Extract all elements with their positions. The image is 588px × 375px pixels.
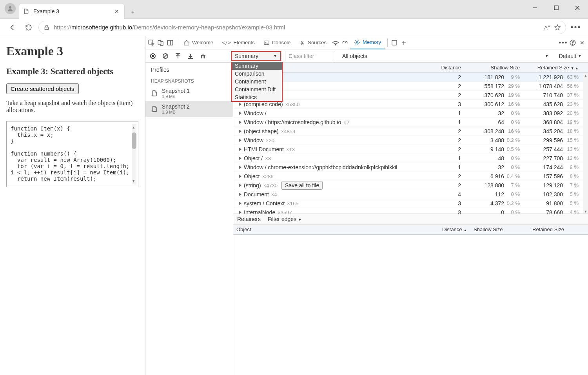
inspect-icon[interactable] xyxy=(147,38,156,47)
col-distance[interactable]: Distance xyxy=(433,65,464,71)
close-tab-icon[interactable]: ✕ xyxy=(113,8,120,15)
view-option[interactable]: Statistics xyxy=(232,93,282,101)
tab-elements[interactable]: </>Elements xyxy=(218,36,259,49)
view-option[interactable]: Containment xyxy=(232,78,282,85)
heap-row[interactable]: 2370 62819 %710 74037 % xyxy=(233,91,588,100)
help-icon[interactable] xyxy=(568,38,577,47)
url-box[interactable]: https://microsoftedge.github.io/Demos/de… xyxy=(38,21,566,34)
expand-icon[interactable] xyxy=(239,192,241,196)
view-option[interactable]: Comparison xyxy=(232,70,282,78)
filter-edges-select[interactable]: Filter edges ▼ xyxy=(268,216,302,222)
expand-icon[interactable] xyxy=(239,138,241,142)
new-tab-button[interactable]: ＋ xyxy=(128,7,138,17)
close-devtools-icon[interactable]: ✕ xyxy=(578,38,586,47)
devtools-more-icon[interactable]: ••• xyxy=(559,38,568,47)
heap-row[interactable]: (compiled code)×53503300 61216 %435 6282… xyxy=(233,100,588,109)
heap-row[interactable]: Object /×31480 %227 70812 % xyxy=(233,154,588,163)
heap-row[interactable]: (object shape)×48592308 24816 %345 20418… xyxy=(233,127,588,136)
heap-row[interactable]: Window×2023 4880.2 %299 59615 % xyxy=(233,136,588,145)
distance-value: 2 xyxy=(433,128,464,134)
tab-console[interactable]: Console xyxy=(260,36,295,49)
ret-col-object[interactable]: Object xyxy=(233,225,439,234)
default-select[interactable]: Default▼ xyxy=(556,53,585,59)
maximize-button[interactable] xyxy=(546,0,567,16)
constructor-name: Window xyxy=(244,137,263,143)
expand-icon[interactable] xyxy=(239,120,241,124)
col-shallow[interactable]: Shallow Size xyxy=(464,65,523,71)
heap-row[interactable]: Document×441120 %102 3005 % xyxy=(233,190,588,199)
view-option[interactable]: Summary xyxy=(232,62,282,70)
expand-icon[interactable] xyxy=(239,102,241,106)
heap-row[interactable]: (string)×4730Save all to file2128 8807 %… xyxy=(233,181,588,190)
retainers-header: Object Distance ▲ Shallow Size Retained … xyxy=(233,225,588,235)
clear-icon[interactable] xyxy=(161,52,170,60)
add-panel-button[interactable]: ＋ xyxy=(399,38,408,47)
expand-icon[interactable] xyxy=(239,165,241,169)
back-button[interactable] xyxy=(5,21,19,34)
expand-icon[interactable] xyxy=(239,183,241,187)
heap-row[interactable]: Window /1320 %383 09220 % xyxy=(233,109,588,118)
heap-row[interactable]: 2558 17229 %1 078 40456 % xyxy=(233,82,588,91)
heap-row[interactable]: system / Context×16534 3720.2 %91 8005 % xyxy=(233,199,588,208)
heap-row[interactable]: Window / https://microsoftedge.github.io… xyxy=(233,118,588,127)
retained-pct: 5 % xyxy=(565,200,579,207)
snapshot-item[interactable]: %Snapshot 11.9 MB xyxy=(145,85,233,101)
retained-pct: 15 % xyxy=(565,137,579,143)
ret-col-shallow[interactable]: Shallow Size xyxy=(470,225,529,234)
retainers-empty xyxy=(233,235,588,375)
performance-icon[interactable] xyxy=(341,38,349,47)
favorite-icon[interactable] xyxy=(554,24,561,31)
code-snippet[interactable]: function Item(x) { this.x = x; } functio… xyxy=(6,121,138,187)
ret-col-distance[interactable]: Distance ▲ xyxy=(439,225,470,234)
save-icon[interactable] xyxy=(186,52,195,60)
view-select[interactable]: Summary▼ SummaryComparisonContainmentCon… xyxy=(231,51,281,61)
shallow-size: 6 916 xyxy=(490,173,504,179)
svg-point-19 xyxy=(152,55,154,57)
record-icon[interactable] xyxy=(149,52,157,60)
code-scrollbar[interactable]: ▲▼ xyxy=(132,124,136,185)
tab-welcome[interactable]: Welcome xyxy=(180,36,217,49)
expand-icon[interactable] xyxy=(239,129,241,133)
col-retained[interactable]: Retained Size▼ ▲ xyxy=(523,65,582,71)
shallow-pct: 0.2 % xyxy=(506,137,520,143)
tab-memory[interactable]: Memory xyxy=(350,36,385,49)
snapshot-item[interactable]: %Snapshot 21.9 MB xyxy=(145,101,233,117)
expand-icon[interactable] xyxy=(239,147,241,151)
distance-value: 1 xyxy=(433,155,464,161)
expand-icon[interactable] xyxy=(239,174,241,178)
close-window-button[interactable] xyxy=(567,0,588,16)
load-icon[interactable] xyxy=(174,52,182,60)
minimize-button[interactable] xyxy=(524,0,546,16)
heap-scrollbar[interactable]: ▲▼ xyxy=(583,73,588,214)
panel-icon[interactable] xyxy=(390,38,399,47)
class-filter-input[interactable]: Class filter xyxy=(285,51,335,61)
retained-pct: 63 % xyxy=(565,74,579,80)
heap-row[interactable]: 2181 8209 %1 221 92863 % xyxy=(233,73,588,82)
dock-icon[interactable] xyxy=(166,38,174,47)
view-option[interactable]: Containment Diff xyxy=(232,85,282,93)
read-aloud-icon[interactable]: A» xyxy=(544,24,550,31)
tab-sources[interactable]: Sources xyxy=(295,36,330,49)
browser-tab[interactable]: Example 3 ✕ xyxy=(19,3,125,19)
more-menu-button[interactable]: ••• xyxy=(569,21,583,34)
all-objects-select[interactable]: All objects▼ xyxy=(339,51,552,61)
shallow-size: 64 xyxy=(498,119,504,125)
refresh-button[interactable] xyxy=(22,21,35,34)
heap-row[interactable]: HTMLDocument×1329 1480.5 %257 44413 % xyxy=(233,145,588,154)
gc-icon[interactable] xyxy=(199,52,207,60)
network-icon[interactable] xyxy=(331,38,340,47)
expand-icon[interactable] xyxy=(239,156,241,160)
heap-row[interactable]: InternalNode×3597300 %78 6604 % xyxy=(233,208,588,214)
expand-icon[interactable] xyxy=(239,201,241,205)
device-icon[interactable] xyxy=(156,38,165,47)
profile-avatar[interactable] xyxy=(5,3,16,14)
save-all-button[interactable]: Save all to file xyxy=(281,181,323,190)
heap-row[interactable]: Window / chrome-extension://gpphkfbcpidd… xyxy=(233,163,588,172)
heap-row[interactable]: Object×28626 9160.4 %157 5968 % xyxy=(233,172,588,181)
expand-icon[interactable] xyxy=(239,210,241,214)
shallow-size: 0 xyxy=(501,209,504,214)
ret-col-retained[interactable]: Retained Size xyxy=(529,225,588,234)
heap-rows[interactable]: 2181 8209 %1 221 92863 %2558 17229 %1 07… xyxy=(233,73,588,214)
create-objects-button[interactable]: Create scattered objects xyxy=(6,83,79,94)
expand-icon[interactable] xyxy=(239,111,241,115)
